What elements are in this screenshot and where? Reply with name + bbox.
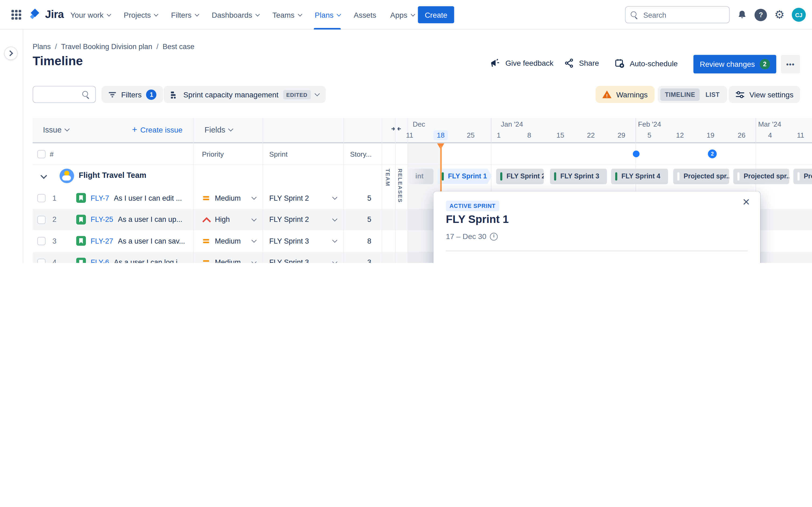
priority-dropdown[interactable]: High [193, 209, 262, 230]
breadcrumb: Plans/ Travel Booking Division plan/ Bes… [33, 42, 194, 51]
give-feedback-button[interactable]: Give feedback [489, 58, 553, 68]
plan-search [33, 86, 96, 103]
sprint-dropdown[interactable]: FLY Sprint 2 [263, 209, 344, 230]
settings-gear-icon[interactable]: ⚙ [774, 9, 784, 20]
sprint-bar[interactable]: FLY Sprint 4 [611, 168, 668, 184]
column-header-story-points: Story... [350, 151, 372, 158]
sprint-bar[interactable]: FLY Sprint 3 [550, 168, 607, 184]
share-button[interactable]: Share [564, 58, 599, 68]
review-changes-button[interactable]: Review changes 2 [693, 55, 776, 73]
story-points[interactable]: 5 [344, 187, 382, 209]
priority-dropdown[interactable]: Medium [193, 187, 262, 209]
issue-key-link[interactable]: FLY-7 [91, 194, 109, 202]
view-settings-button[interactable]: View settings [728, 86, 800, 103]
sprint-bar-projected[interactable]: Projected spr... [673, 168, 729, 184]
issue-header-dropdown[interactable]: Issue [43, 125, 69, 134]
chevron-down-icon [332, 216, 337, 221]
story-points[interactable]: 3 [344, 251, 382, 263]
warnings-button[interactable]: Warnings [596, 86, 654, 103]
date-tick: 12 [670, 131, 690, 139]
row-checkbox[interactable] [37, 215, 46, 224]
chevron-down-icon [251, 259, 256, 263]
month-label: Feb '24 [638, 120, 661, 128]
info-icon[interactable] [490, 233, 498, 240]
tab-timeline[interactable]: TIMELINE [660, 88, 700, 101]
menu-apps[interactable]: Apps [390, 0, 413, 30]
nav-right-cluster: ? ⚙ CJ [625, 6, 806, 23]
menu-teams[interactable]: Teams [272, 0, 301, 30]
create-issue-button[interactable]: +Create issue [132, 125, 183, 134]
sprint-dropdown[interactable]: FLY Sprint 3 [263, 251, 344, 263]
sprint-bar-projected[interactable]: Proj [794, 168, 812, 184]
story-icon [76, 215, 86, 225]
search-icon [83, 91, 90, 99]
auto-schedule-button[interactable]: Auto-schedule [614, 58, 678, 69]
sprint-bar-active[interactable]: FLY Sprint 1 [438, 168, 492, 184]
chevron-down-icon [298, 12, 302, 16]
more-actions-button[interactable]: ••• [781, 55, 800, 73]
priority-medium-icon [202, 194, 210, 202]
close-icon[interactable]: × [743, 195, 750, 208]
edited-badge: EDITED [283, 90, 310, 99]
notifications-bell-icon[interactable] [737, 10, 748, 20]
global-search-input[interactable] [643, 7, 726, 23]
plan-search-input[interactable] [38, 87, 84, 103]
megaphone-icon [489, 58, 501, 68]
sprint-bar-previous[interactable]: int [408, 168, 434, 184]
select-all-checkbox[interactable] [37, 150, 46, 158]
chevron-down-icon [195, 12, 199, 16]
story-points[interactable]: 8 [344, 230, 382, 251]
menu-your-work[interactable]: Your work [70, 0, 110, 30]
date-tick: 1 [489, 131, 509, 139]
sprint-dropdown[interactable]: FLY Sprint 2 [263, 187, 344, 209]
date-tick: 19 [700, 131, 721, 139]
help-icon[interactable]: ? [755, 9, 767, 21]
issue-key-link[interactable]: FLY-27 [91, 237, 113, 245]
row-number: 1 [45, 187, 56, 209]
sprint-dropdown[interactable]: FLY Sprint 3 [263, 230, 344, 251]
date-tick: 25 [460, 131, 481, 139]
avatar[interactable]: CJ [792, 8, 806, 22]
menu-assets[interactable]: Assets [354, 0, 376, 30]
breadcrumb-scenario[interactable]: Best case [162, 42, 194, 51]
breadcrumb-plans[interactable]: Plans [33, 42, 51, 51]
saved-view-dropdown[interactable]: Sprint capacity management EDITED [163, 86, 325, 103]
menu-dashboards[interactable]: Dashboards [212, 0, 258, 30]
row-checkbox[interactable] [37, 258, 46, 263]
breadcrumb-plan-name[interactable]: Travel Booking Division plan [61, 42, 152, 51]
active-sprint-badge: ACTIVE SPRINT [446, 201, 499, 211]
filters-button[interactable]: Filters 1 [101, 86, 163, 103]
priority-dropdown[interactable]: Medium [193, 251, 262, 263]
jira-logo[interactable]: Jira [29, 8, 64, 21]
collapse-team-chevron[interactable] [41, 172, 47, 179]
share-icon [564, 58, 574, 68]
sprint-bar[interactable]: FLY Sprint 2 [496, 168, 544, 184]
story-points[interactable]: 5 [344, 209, 382, 230]
issue-key-link[interactable]: FLY-6 [91, 258, 109, 263]
global-search [625, 6, 730, 23]
menu-filters[interactable]: Filters [171, 0, 198, 30]
priority-dropdown[interactable]: Medium [193, 230, 262, 251]
app-switcher-icon[interactable] [11, 10, 21, 20]
warning-icon [602, 91, 612, 98]
release-milestone-group[interactable]: 2 [708, 150, 717, 158]
search-icon [631, 11, 639, 19]
tab-list[interactable]: LIST [701, 88, 724, 101]
chevron-down-icon [255, 12, 260, 16]
menu-plans-active[interactable]: Plans [315, 0, 340, 30]
row-number: 4 [45, 251, 56, 263]
view-mode-toggle: TIMELINE LIST [658, 86, 727, 103]
issue-key-link[interactable]: FLY-25 [91, 215, 113, 224]
review-count-badge: 2 [760, 59, 770, 69]
release-milestone[interactable] [633, 151, 640, 157]
fields-header-dropdown[interactable]: Fields [205, 125, 233, 134]
create-button[interactable]: Create [418, 6, 454, 23]
row-checkbox[interactable] [37, 237, 46, 245]
month-label: Jan '24 [501, 120, 523, 128]
row-checkbox[interactable] [37, 194, 46, 202]
menu-projects[interactable]: Projects [124, 0, 157, 30]
sprint-bar-projected[interactable]: Projected spr... [733, 168, 789, 184]
sidebar-expand-button[interactable] [4, 47, 17, 60]
date-tick: 29 [611, 131, 632, 139]
table-row: 1 FLY-7As I user I can edit ... Medium F… [33, 187, 407, 209]
